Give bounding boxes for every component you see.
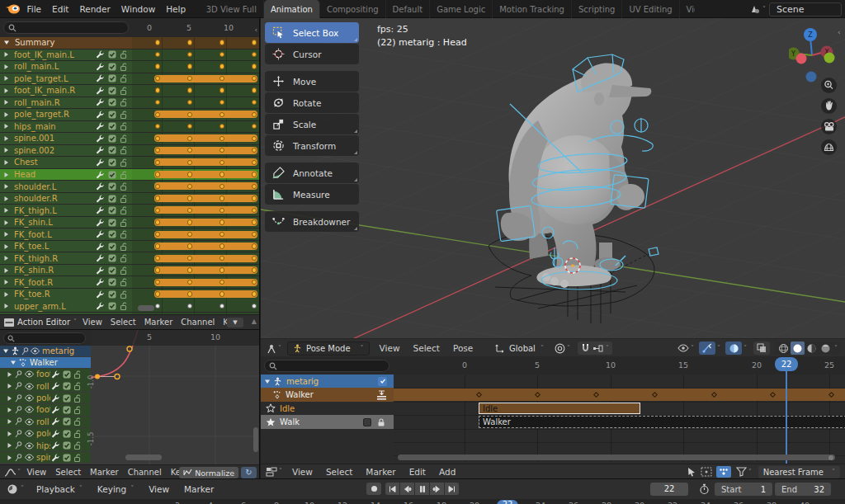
keyframe-area[interactable] <box>132 109 260 120</box>
keyframe-area[interactable] <box>132 265 260 276</box>
keyframe-dot[interactable] <box>155 219 160 224</box>
eye-icon[interactable] <box>25 454 34 461</box>
expand-triangle-icon[interactable] <box>3 195 9 202</box>
modifier-wrench-icon[interactable] <box>96 195 105 203</box>
channel-lock-icon[interactable] <box>120 230 128 238</box>
keyframe-dot[interactable] <box>155 195 160 200</box>
timeline-editor-icon[interactable] <box>7 483 19 495</box>
pin-icon[interactable] <box>15 382 22 390</box>
channel-enable-checkbox[interactable] <box>63 394 71 403</box>
jump-to-start-button[interactable] <box>385 483 399 495</box>
channel-lock-icon[interactable] <box>120 219 128 227</box>
tool-cursor[interactable]: Cursor <box>265 44 359 64</box>
keyframe-area[interactable] <box>132 169 260 181</box>
keyframe-bar[interactable] <box>154 219 257 226</box>
keyframe-area[interactable] <box>132 49 260 61</box>
tool-move[interactable]: Move <box>265 71 359 92</box>
keyframe-area[interactable] <box>132 61 260 73</box>
dope-channel-roll-main-l[interactable]: roll_main.L <box>0 61 260 73</box>
eye-icon[interactable] <box>25 394 34 402</box>
graph-channel-roll-main-l[interactable]: roll_main.L <box>0 380 91 392</box>
keyframe-dot[interactable] <box>187 124 192 129</box>
star-filled-icon[interactable] <box>266 417 276 427</box>
channel-enable-checkbox[interactable] <box>63 370 71 379</box>
viewport-menu-view[interactable]: View <box>373 343 407 353</box>
graph-channel-metarig[interactable]: metarig <box>0 346 91 356</box>
dope-channel-roll-main-r[interactable]: roll_main.R <box>0 97 260 109</box>
expand-triangle-icon[interactable] <box>3 219 9 226</box>
track-checkbox[interactable] <box>378 377 387 386</box>
pin-icon[interactable] <box>15 441 22 450</box>
pin-icon[interactable] <box>21 347 29 356</box>
viewport-3d[interactable]: fps: 25 (22) metarig : Head Select BoxCu… <box>261 18 845 356</box>
modifier-wrench-icon[interactable] <box>96 50 105 59</box>
keyframe-area[interactable] <box>132 157 260 168</box>
keyframe-dot[interactable] <box>220 219 224 224</box>
expand-triangle-icon[interactable] <box>7 431 12 437</box>
keyframe-area[interactable] <box>132 289 260 300</box>
keyframe-bar[interactable] <box>154 134 257 142</box>
keyframe-dot[interactable] <box>155 172 160 177</box>
nla-search[interactable] <box>264 360 389 372</box>
modifier-wrench-icon[interactable] <box>96 111 105 119</box>
expand-triangle-icon[interactable] <box>3 159 9 166</box>
keyframe-dot[interactable] <box>187 219 192 224</box>
channel-enable-checkbox[interactable] <box>108 278 116 286</box>
expand-triangle-icon[interactable] <box>3 267 9 274</box>
track-mute-checkbox[interactable] <box>363 418 371 426</box>
tweak-icon[interactable] <box>687 467 696 477</box>
keyframe-bar[interactable] <box>154 147 257 154</box>
channel-enable-checkbox[interactable] <box>108 63 116 71</box>
channel-lock-icon[interactable] <box>73 370 82 379</box>
keyframe-dot[interactable] <box>220 87 224 92</box>
dope-channel-pole-target-r[interactable]: pole_target.R <box>0 109 260 120</box>
channel-enable-checkbox[interactable] <box>108 87 116 95</box>
expand-triangle-icon[interactable] <box>3 279 9 285</box>
keyframe-dot[interactable] <box>220 64 224 68</box>
nla-editor-icon[interactable] <box>266 467 277 477</box>
dopesheet-mode-dropdown[interactable]: Action Editor ˅ <box>17 318 77 327</box>
expand-triangle-icon[interactable] <box>3 147 9 153</box>
tool-rotate[interactable]: Rotate <box>265 92 359 113</box>
channel-lock-icon[interactable] <box>120 74 128 82</box>
dopesheet-editor-icon[interactable] <box>3 318 15 327</box>
keyframe-dot[interactable] <box>252 219 257 224</box>
dope-channel-fk-foot-l[interactable]: FK_foot.L <box>0 228 260 240</box>
proportional-edit-dropdown[interactable]: ˅ <box>555 343 570 354</box>
jump-to-end-button[interactable] <box>445 483 459 495</box>
dope-channel-foot-ik-main-r[interactable]: foot_IK_main.R <box>0 85 260 97</box>
expand-triangle-icon[interactable] <box>3 87 9 94</box>
channel-enable-checkbox[interactable] <box>108 182 116 191</box>
channel-lock-icon[interactable] <box>120 278 128 286</box>
next-keyframe-button[interactable] <box>430 483 444 495</box>
orientation-dropdown[interactable]: Global ˅ <box>495 343 544 353</box>
keyframe-dot[interactable] <box>252 195 257 200</box>
dopesheet-ruler[interactable]: 0510 ‹ <box>0 18 260 37</box>
keyframe-area[interactable] <box>132 85 260 97</box>
keyframe-area[interactable] <box>132 276 260 288</box>
keyframe-bar[interactable] <box>154 255 257 262</box>
filter-funnel-icon[interactable] <box>736 467 747 477</box>
keyframe-dot[interactable] <box>187 304 192 309</box>
timeline-menu-view[interactable]: View <box>141 484 177 494</box>
expand-triangle-icon[interactable] <box>7 455 12 461</box>
viewport-editor-icon[interactable] <box>266 343 277 354</box>
expand-triangle-icon[interactable] <box>7 383 12 389</box>
end-frame-field[interactable]: End32 <box>775 483 831 496</box>
collapse-triangle-icon[interactable] <box>2 348 9 354</box>
keyframe-bar[interactable] <box>154 195 257 202</box>
modifier-wrench-icon[interactable] <box>96 302 105 310</box>
keyframe-dot[interactable] <box>220 160 224 165</box>
stopwatch-icon[interactable] <box>699 483 710 495</box>
dope-menu-marker[interactable]: Marker <box>140 318 177 327</box>
dope-channel-pole-target-l[interactable]: pole_target.L <box>0 73 260 85</box>
shading-rendered-icon[interactable] <box>819 343 833 354</box>
keyframe-dot[interactable] <box>220 195 224 200</box>
mode-dropdown[interactable]: Pose Mode ˅ <box>287 341 370 356</box>
channel-lock-icon[interactable] <box>120 290 128 299</box>
keyframe-bar[interactable] <box>154 111 257 118</box>
timeline-ruler[interactable]: 246810121416182022242628303234363840 <box>0 499 845 504</box>
action-key-diamond[interactable] <box>534 392 540 398</box>
expand-triangle-icon[interactable] <box>3 255 9 261</box>
tool-transform[interactable]: Transform <box>265 135 359 156</box>
